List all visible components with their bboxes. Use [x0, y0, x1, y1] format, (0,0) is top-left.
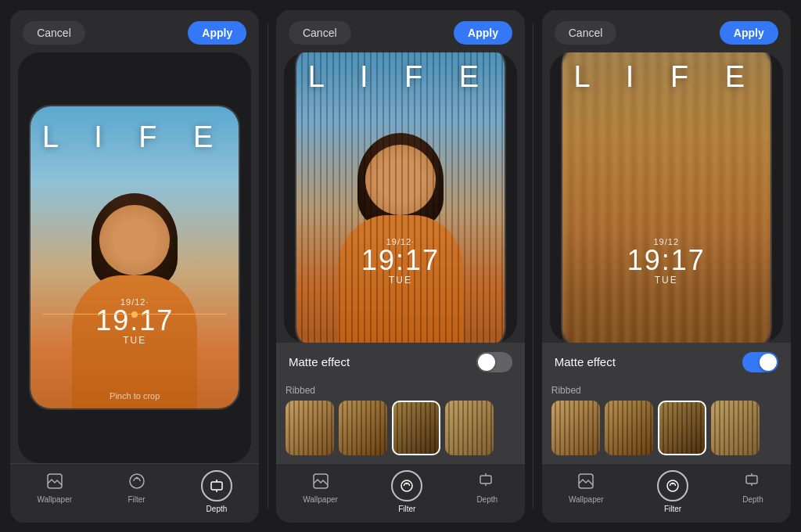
toggle-thumb-2 — [478, 354, 495, 371]
panel-3-cancel-button[interactable]: Cancel — [555, 21, 617, 45]
wallpaper-icon-2 — [310, 470, 332, 492]
panel-1-day: TUE — [31, 335, 239, 346]
panel-2-nav-wallpaper[interactable]: Wallpaper — [303, 470, 338, 513]
panel-3-date-overlay: 19/12 19:17 TUE — [562, 237, 770, 286]
filter-thumb-2-4[interactable] — [445, 401, 494, 455]
panel-2-matte-toggle[interactable] — [476, 352, 512, 372]
panel-2-matte-row: Matte effect — [276, 343, 525, 379]
panel-3-filter-section: Ribbed — [542, 379, 791, 463]
panel-3-bottom: Matte effect Ribbed — [542, 343, 791, 523]
panel-2-nav-filter[interactable]: Filter — [391, 470, 422, 513]
panel-3-day: TUE — [562, 275, 770, 286]
panel-2-day: TUE — [296, 275, 505, 286]
svg-rect-3 — [211, 482, 222, 490]
panel-2-bottom: Matte effect Ribbed — [276, 343, 525, 523]
panel-3-matte-row: Matte effect — [542, 343, 791, 379]
panel-2-cancel-button[interactable]: Cancel — [289, 21, 351, 45]
panel-3-nav-bar: Wallpaper Filter — [542, 463, 791, 523]
svg-rect-15 — [746, 476, 757, 483]
panel-2-time: 19:17 — [296, 246, 505, 275]
panel-1-apply-button[interactable]: Apply — [188, 21, 246, 45]
panel-1-crop-handle[interactable] — [131, 311, 138, 318]
wallpaper-icon-3 — [575, 470, 597, 492]
panel-3-time: 19:17 — [562, 246, 770, 275]
depth-icon-2 — [476, 470, 498, 492]
panel-2-filter-thumbs — [286, 401, 515, 455]
panel-2-life-title: L I F E — [296, 60, 505, 94]
svg-point-2 — [135, 476, 138, 479]
filter-icon — [126, 470, 148, 492]
panel-3-matte-label: Matte effect — [555, 355, 616, 368]
panel-2-depth-label: Depth — [476, 495, 497, 504]
panel-2-phone-mockup: L I F E 19/12· 19:17 TUE — [284, 52, 517, 343]
panel-2-wallpaper-label: Wallpaper — [303, 495, 338, 504]
panel-3-filter-thumbs — [551, 401, 781, 455]
filter-icon-circle-3 — [657, 470, 688, 501]
panel-1-bottom: Wallpaper Filter — [10, 463, 259, 523]
panel-1-phone-mockup: L I F E 19/12· 19:17 TUE Pinch to crop — [18, 52, 251, 463]
panel-1-nav-bar: Wallpaper Filter — [10, 463, 259, 523]
toggle-thumb-3 — [760, 354, 777, 371]
filter-thumb-2-3[interactable] — [392, 401, 440, 455]
panel-3-nav-wallpaper[interactable]: Wallpaper — [569, 470, 604, 513]
svg-point-8 — [406, 482, 408, 483]
panel-2-ribbed-label: Ribbed — [286, 385, 515, 396]
panel-3-depth-label: Depth — [742, 495, 763, 504]
svg-rect-9 — [480, 476, 491, 483]
panel-1-life-title: L I F E — [31, 120, 239, 154]
panel-3-wallpaper-label: Wallpaper — [569, 495, 604, 504]
divider-1 — [268, 23, 268, 509]
panel-1-date-overlay: 19/12· 19:17 TUE — [31, 297, 239, 346]
filter-thumb-3-1[interactable] — [551, 401, 600, 455]
panel-3-ribbed-label: Ribbed — [551, 385, 781, 396]
panel-3-nav-depth[interactable]: Depth — [742, 470, 764, 513]
panel-1-date-small: 19/12· — [31, 297, 239, 307]
panel-1-cancel-button[interactable]: Cancel — [23, 21, 85, 45]
svg-point-1 — [130, 474, 144, 488]
panel-1-depth-label: Depth — [207, 505, 228, 513]
panel-3: Cancel Apply L I F E 19/12 19:17 TUE Mat… — [542, 10, 791, 523]
panel-1-header: Cancel Apply — [10, 10, 259, 52]
filter-thumb-2-1[interactable] — [286, 401, 334, 455]
panel-2-apply-button[interactable]: Apply — [454, 21, 512, 45]
panel-1-nav-wallpaper[interactable]: Wallpaper — [37, 470, 72, 513]
panel-2-matte-label: Matte effect — [289, 355, 350, 368]
panel-2-phone-screen: L I F E 19/12· 19:17 TUE — [295, 52, 506, 343]
panel-1: Cancel Apply L I F E 19/12· 19:17 — [10, 10, 259, 523]
panel-1-pinch-label: Pinch to crop — [31, 391, 239, 401]
svg-point-14 — [672, 482, 673, 483]
panel-1-nav-depth[interactable]: Depth — [201, 470, 232, 513]
panel-3-matte-blur — [562, 52, 770, 343]
panel-3-header: Cancel Apply — [542, 10, 791, 52]
panel-3-apply-button[interactable]: Apply — [720, 21, 778, 45]
panel-1-phone-screen: L I F E 19/12· 19:17 TUE Pinch to crop — [29, 105, 240, 410]
panel-3-filter-label: Filter — [664, 505, 681, 513]
panel-2-header: Cancel Apply — [276, 10, 525, 52]
panel-2-date-overlay: 19/12· 19:17 TUE — [296, 237, 505, 286]
filter-thumb-3-4[interactable] — [711, 401, 760, 455]
panel-2-filter-section: Ribbed — [276, 379, 525, 463]
panel-3-matte-toggle[interactable] — [742, 352, 778, 372]
depth-icon-3 — [742, 470, 764, 492]
panel-3-date-small: 19/12 — [562, 237, 770, 246]
panel-2-filter-label: Filter — [398, 505, 415, 513]
filter-thumb-3-3[interactable] — [658, 401, 706, 455]
panel-2-ribbed-overlay — [296, 52, 505, 343]
divider-2 — [533, 23, 533, 509]
filter-thumb-3-2[interactable] — [605, 401, 653, 455]
woman-face — [99, 205, 170, 275]
svg-point-13 — [667, 480, 678, 491]
panel-1-woman — [31, 146, 239, 408]
panel-3-phone-mockup: L I F E 19/12 19:17 TUE — [550, 52, 783, 343]
filter-icon-circle-2 — [391, 470, 422, 501]
panel-1-crop-line — [42, 314, 227, 315]
panel-2-date-small: 19/12· — [296, 237, 505, 246]
panel-3-nav-filter[interactable]: Filter — [657, 470, 688, 513]
panel-1-nav-filter[interactable]: Filter — [126, 470, 148, 513]
filter-thumb-2-2[interactable] — [339, 401, 387, 455]
panel-1-wallpaper-label: Wallpaper — [37, 495, 72, 504]
panel-2: Cancel Apply L I F E 19/12· 19:17 — [276, 10, 525, 523]
panel-2-nav-bar: Wallpaper Filter — [276, 463, 525, 523]
panel-2-nav-depth[interactable]: Depth — [476, 470, 498, 513]
panel-3-life-title: L I F E — [562, 60, 770, 94]
